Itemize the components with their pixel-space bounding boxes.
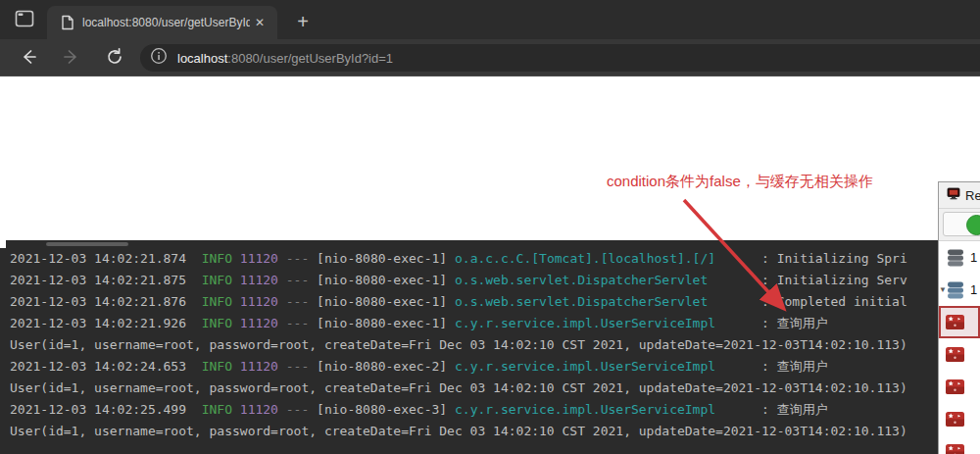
redis-titlebar[interactable]: Re (939, 182, 980, 209)
url-host: localhost (177, 51, 227, 66)
redis-tree-item-selected[interactable] (939, 306, 980, 338)
redis-db-icon (945, 442, 965, 454)
redis-window: Re 1▼1 (938, 181, 980, 454)
redis-tree-item[interactable] (939, 403, 980, 435)
console-line: User(id=1, username=root, password=root,… (10, 334, 907, 356)
redis-tree: 1▼1 (939, 241, 980, 454)
browser-window: localhost:8080/user/getUserById ✕ + (0, 0, 980, 454)
annotation-text: condition条件为false，与缓存无相关操作 (607, 173, 873, 191)
page-icon (61, 15, 74, 30)
console-line: 2021-12-03 14:02:24.653 INFO 11120 --- [… (10, 356, 907, 378)
console-line: 2021-12-03 14:02:21.875 INFO 11120 --- [… (10, 270, 907, 291)
tab-strip: localhost:8080/user/getUserById ✕ + (0, 0, 980, 39)
redis-tree-item[interactable] (939, 338, 980, 371)
redis-toolbar (939, 209, 980, 241)
forward-button[interactable] (59, 46, 84, 72)
expander-icon[interactable]: ▼ (939, 285, 947, 294)
url-path: :8080/user/getUserById?id=1 (227, 51, 393, 66)
redis-tree-item[interactable] (939, 371, 980, 403)
database-gray-icon (945, 248, 966, 268)
console-panel[interactable]: 2021-12-03 14:02:21.874 INFO 11120 --- [… (0, 240, 980, 454)
refresh-button[interactable] (102, 46, 127, 72)
redis-db-icon (945, 345, 965, 364)
tree-item-label: 1 (970, 282, 977, 297)
console-line: 2021-12-03 14:02:21.874 INFO 11120 --- [… (10, 248, 907, 270)
redis-db-icon (945, 410, 965, 429)
tab-title: localhost:8080/user/getUserById (82, 16, 250, 29)
address-bar[interactable]: localhost:8080/user/getUserById?id=1 (140, 44, 980, 72)
console-line: 2021-12-03 14:02:21.876 INFO 11120 --- [… (10, 291, 907, 313)
console-line: User(id=1, username=root, password=root,… (10, 378, 907, 399)
url-text: localhost:8080/user/getUserById?id=1 (177, 51, 393, 66)
refresh-icon (105, 47, 124, 72)
redis-db-icon (945, 378, 965, 396)
forward-arrow-icon (62, 47, 81, 72)
new-tab-button[interactable]: + (290, 10, 316, 35)
connect-button[interactable] (966, 215, 980, 235)
back-button[interactable] (16, 46, 41, 72)
database-blue-icon (945, 280, 966, 300)
redis-db-icon (945, 313, 965, 331)
tree-item-label: 1 (970, 250, 977, 265)
console-output: 2021-12-03 14:02:21.874 INFO 11120 --- [… (10, 248, 907, 442)
console-notch (0, 240, 6, 248)
redis-tree-item[interactable]: ▼1 (939, 274, 980, 306)
page-content (0, 76, 980, 240)
tab-close-icon[interactable]: ✕ (250, 14, 270, 31)
tab-actions-button[interactable] (12, 9, 37, 32)
redis-app-icon (947, 186, 960, 204)
browser-tab[interactable]: localhost:8080/user/getUserById ✕ (47, 6, 277, 39)
back-arrow-icon (19, 47, 38, 72)
redis-tree-item[interactable] (939, 435, 980, 454)
browser-toolbar: localhost:8080/user/getUserById?id=1 (0, 39, 980, 76)
window-icon (15, 10, 34, 31)
console-line: 2021-12-03 14:02:25.499 INFO 11120 --- [… (10, 399, 907, 421)
redis-window-title: Re (965, 188, 980, 203)
site-info-icon[interactable] (150, 47, 168, 69)
console-line: User(id=1, username=root, password=root,… (10, 421, 907, 442)
redis-tree-item[interactable]: 1 (939, 241, 980, 274)
scrollbar-thumb[interactable] (46, 242, 128, 246)
console-line: 2021-12-03 14:02:21.926 INFO 11120 --- [… (10, 313, 907, 334)
